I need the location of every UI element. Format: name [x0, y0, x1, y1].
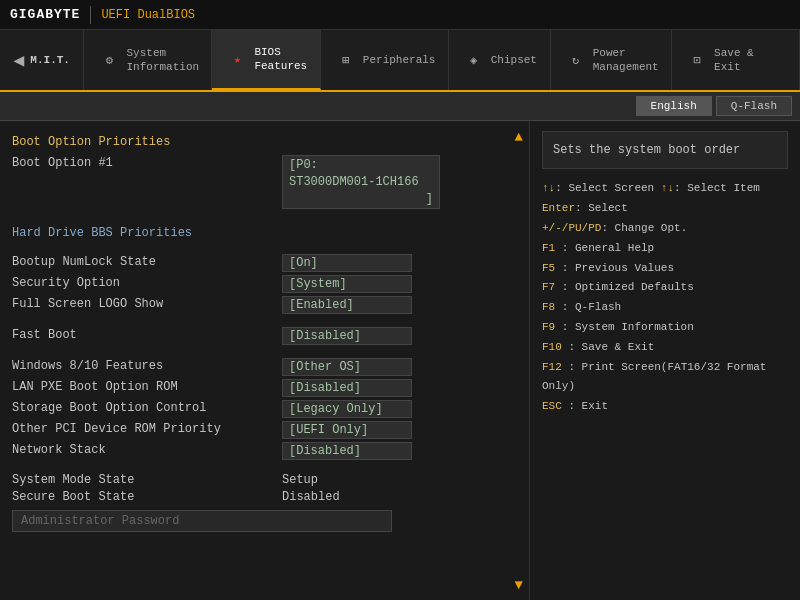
key-help-change: +/-/PU/PD: Change Opt.: [542, 219, 788, 239]
tab-bios-features[interactable]: ★ BIOSFeatures: [212, 30, 320, 90]
hard-drive-bbs-label[interactable]: Hard Drive BBS Priorities: [12, 226, 517, 240]
logo-show-value: [Enabled]: [282, 296, 412, 314]
tab-system-information[interactable]: ⚙ SystemInformation: [84, 30, 212, 90]
lan-pxe-label: LAN PXE Boot Option ROM: [12, 379, 282, 394]
network-stack-row[interactable]: Network Stack [Disabled]: [12, 442, 517, 460]
logo-show-label: Full Screen LOGO Show: [12, 296, 282, 311]
qflash-button[interactable]: Q-Flash: [716, 96, 792, 116]
security-label: Security Option: [12, 275, 282, 290]
windows-features-value: [Other OS]: [282, 358, 412, 376]
lan-pxe-row[interactable]: LAN PXE Boot Option ROM [Disabled]: [12, 379, 517, 397]
numlock-label: Bootup NumLock State: [12, 254, 282, 269]
key-help-enter: Enter: Select: [542, 199, 788, 219]
storage-boot-label: Storage Boot Option Control: [12, 400, 282, 415]
peripherals-icon: ⊞: [335, 49, 357, 71]
scroll-up-icon[interactable]: ▲: [515, 129, 523, 145]
key-help-f12: F12 : Print Screen(FAT16/32 Format Only): [542, 358, 788, 398]
system-mode-label: System Mode State: [12, 473, 282, 487]
system-info-icon: ⚙: [98, 49, 120, 71]
tab-chipset[interactable]: ◈ Chipset: [449, 30, 551, 90]
secure-boot-value: Disabled: [282, 490, 340, 504]
fast-boot-value: [Disabled]: [282, 327, 412, 345]
tab-peripherals-label: Peripherals: [363, 53, 436, 67]
description-box: Sets the system boot order: [542, 131, 788, 169]
tab-save-exit[interactable]: ⊡ Save & Exit: [672, 30, 800, 90]
scroll-down-icon[interactable]: ▼: [515, 577, 523, 593]
tab-power-label: PowerManagement: [593, 46, 659, 75]
numlock-value: [On]: [282, 254, 412, 272]
chipset-icon: ◈: [463, 49, 485, 71]
tab-bios-label: BIOSFeatures: [254, 45, 307, 74]
left-panel: ▲ Boot Option Priorities Boot Option #1 …: [0, 121, 530, 600]
tab-save-exit-label: Save & Exit: [714, 46, 785, 75]
tab-power-management[interactable]: ↻ PowerManagement: [551, 30, 672, 90]
tab-mit[interactable]: ◀ M.I.T.: [0, 30, 84, 90]
network-stack-value: [Disabled]: [282, 442, 412, 460]
windows-features-row[interactable]: Windows 8/10 Features [Other OS]: [12, 358, 517, 376]
other-pci-label: Other PCI Device ROM Priority: [12, 421, 282, 436]
right-panel: Sets the system boot order ↑↓: Select Sc…: [530, 121, 800, 600]
boot-option-value: [P0:ST3000DM001-1CH166 ]: [282, 155, 440, 209]
secure-boot-row: Secure Boot State Disabled: [12, 490, 517, 504]
logo-show-row[interactable]: Full Screen LOGO Show [Enabled]: [12, 296, 517, 314]
key-help-esc: ESC : Exit: [542, 397, 788, 417]
fast-boot-label: Fast Boot: [12, 327, 282, 342]
header-bar: GIGABYTE UEFI DualBIOS: [0, 0, 800, 30]
system-mode-value: Setup: [282, 473, 318, 487]
key-help-f10: F10 : Save & Exit: [542, 338, 788, 358]
security-row[interactable]: Security Option [System]: [12, 275, 517, 293]
tab-system-label: SystemInformation: [126, 46, 199, 75]
lan-pxe-value: [Disabled]: [282, 379, 412, 397]
security-value: [System]: [282, 275, 412, 293]
mit-arrow-icon: ◀: [14, 49, 25, 71]
other-pci-value: [UEFI Only]: [282, 421, 412, 439]
numlock-row[interactable]: Bootup NumLock State [On]: [12, 254, 517, 272]
system-mode-row: System Mode State Setup: [12, 473, 517, 487]
key-help-f5: F5 : Previous Values: [542, 259, 788, 279]
nav-tabs: ◀ M.I.T. ⚙ SystemInformation ★ BIOSFeatu…: [0, 30, 800, 92]
key-help-navigate: ↑↓: Select Screen ↑↓: Select Item: [542, 179, 788, 199]
boot-option-label: Boot Option #1: [12, 155, 282, 170]
power-icon: ↻: [565, 49, 587, 71]
admin-password-row[interactable]: Administrator Password: [12, 510, 392, 532]
key-help-f7: F7 : Optimized Defaults: [542, 278, 788, 298]
uefi-label: UEFI DualBIOS: [101, 8, 195, 22]
boot-option-row[interactable]: Boot Option #1 [P0:ST3000DM001-1CH166 ]: [12, 155, 517, 209]
storage-boot-value: [Legacy Only]: [282, 400, 412, 418]
save-exit-icon: ⊡: [686, 49, 708, 71]
section-title-boot: Boot Option Priorities: [12, 135, 517, 149]
other-pci-row[interactable]: Other PCI Device ROM Priority [UEFI Only…: [12, 421, 517, 439]
key-help-box: ↑↓: Select Screen ↑↓: Select Item Enter:…: [542, 179, 788, 417]
toolbar: English Q-Flash: [0, 92, 800, 121]
key-help-f8: F8 : Q-Flash: [542, 298, 788, 318]
main-content: ▲ Boot Option Priorities Boot Option #1 …: [0, 121, 800, 600]
storage-boot-row[interactable]: Storage Boot Option Control [Legacy Only…: [12, 400, 517, 418]
fast-boot-row[interactable]: Fast Boot [Disabled]: [12, 327, 517, 345]
tab-chipset-label: Chipset: [491, 53, 537, 67]
secure-boot-label: Secure Boot State: [12, 490, 282, 504]
language-button[interactable]: English: [636, 96, 712, 116]
tab-peripherals[interactable]: ⊞ Peripherals: [321, 30, 449, 90]
brand-logo: GIGABYTE: [10, 7, 80, 22]
brand-divider: [90, 6, 91, 24]
bios-icon: ★: [226, 48, 248, 70]
tab-mit-label: M.I.T.: [30, 53, 70, 67]
key-help-f9: F9 : System Information: [542, 318, 788, 338]
key-help-f1: F1 : General Help: [542, 239, 788, 259]
network-stack-label: Network Stack: [12, 442, 282, 457]
windows-features-label: Windows 8/10 Features: [12, 358, 282, 373]
